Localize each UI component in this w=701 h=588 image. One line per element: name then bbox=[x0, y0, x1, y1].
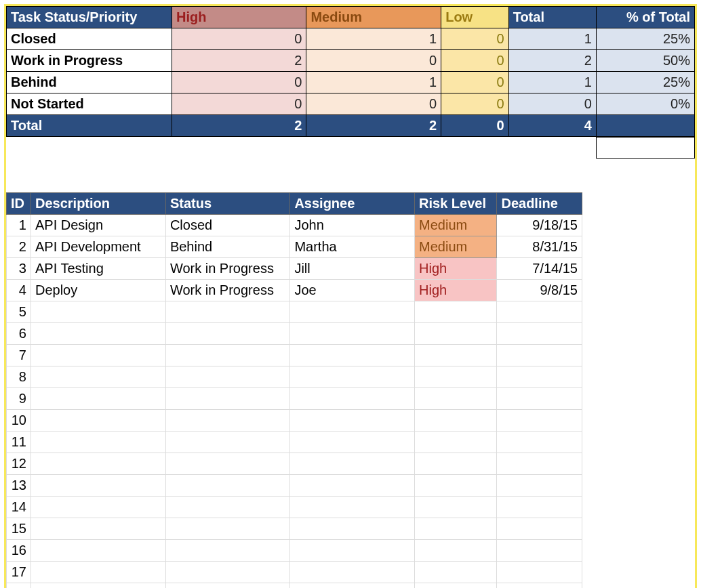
cell-deadline[interactable] bbox=[497, 432, 582, 453]
cell-id[interactable]: 10 bbox=[7, 410, 31, 432]
cell-deadline[interactable] bbox=[497, 366, 582, 388]
cell-high[interactable]: 0 bbox=[172, 93, 306, 115]
hdr-total[interactable]: Total bbox=[508, 7, 596, 28]
cell-assignee[interactable] bbox=[290, 475, 415, 497]
cell-risk[interactable] bbox=[415, 388, 497, 410]
cell-deadline[interactable] bbox=[497, 583, 582, 589]
cell-deadline[interactable] bbox=[497, 453, 582, 475]
cell-desc[interactable] bbox=[31, 518, 165, 540]
hdr-medium[interactable]: Medium bbox=[306, 7, 441, 28]
cell-risk[interactable]: High bbox=[415, 258, 497, 280]
trailing-empty-cell[interactable] bbox=[596, 137, 695, 159]
cell-id[interactable]: 13 bbox=[7, 475, 31, 497]
th-assignee[interactable]: Assignee bbox=[290, 193, 415, 215]
cell-status[interactable] bbox=[165, 475, 290, 497]
cell-assignee[interactable] bbox=[290, 540, 415, 562]
cell-id[interactable]: 14 bbox=[7, 497, 31, 518]
cell-status[interactable] bbox=[165, 345, 290, 366]
cell-high[interactable]: 0 bbox=[172, 72, 306, 93]
cell-deadline[interactable] bbox=[497, 345, 582, 366]
cell-id[interactable]: 11 bbox=[7, 432, 31, 453]
cell-total-medium[interactable]: 2 bbox=[306, 115, 441, 137]
cell-desc[interactable] bbox=[31, 410, 165, 432]
cell-desc[interactable] bbox=[31, 583, 165, 589]
cell-status[interactable]: Not Started bbox=[7, 93, 172, 115]
cell-desc[interactable] bbox=[31, 475, 165, 497]
cell-id[interactable]: 7 bbox=[7, 345, 31, 366]
cell-deadline[interactable] bbox=[497, 388, 582, 410]
cell-desc[interactable]: API Design bbox=[31, 215, 165, 236]
cell-total[interactable]: 1 bbox=[508, 72, 596, 93]
cell-assignee[interactable] bbox=[290, 301, 415, 323]
cell-desc[interactable] bbox=[31, 540, 165, 562]
cell-risk[interactable] bbox=[415, 562, 497, 583]
th-deadline[interactable]: Deadline bbox=[497, 193, 582, 215]
cell-id[interactable]: 15 bbox=[7, 518, 31, 540]
cell-desc[interactable] bbox=[31, 301, 165, 323]
cell-risk[interactable]: High bbox=[415, 280, 497, 301]
cell-risk[interactable]: Medium bbox=[415, 215, 497, 236]
cell-deadline[interactable] bbox=[497, 562, 582, 583]
cell-risk[interactable] bbox=[415, 345, 497, 366]
cell-deadline[interactable]: 9/8/15 bbox=[497, 280, 582, 301]
cell-status[interactable]: Work in Progress bbox=[7, 50, 172, 72]
cell-status[interactable] bbox=[165, 301, 290, 323]
cell-status[interactable] bbox=[165, 388, 290, 410]
cell-desc[interactable] bbox=[31, 323, 165, 345]
cell-deadline[interactable] bbox=[497, 301, 582, 323]
cell-id[interactable]: 3 bbox=[7, 258, 31, 280]
cell-status[interactable] bbox=[165, 453, 290, 475]
cell-medium[interactable]: 0 bbox=[306, 50, 441, 72]
cell-assignee[interactable] bbox=[290, 432, 415, 453]
cell-deadline[interactable] bbox=[497, 475, 582, 497]
th-desc[interactable]: Description bbox=[31, 193, 165, 215]
cell-desc[interactable] bbox=[31, 562, 165, 583]
cell-risk[interactable] bbox=[415, 410, 497, 432]
cell-status[interactable]: Work in Progress bbox=[165, 280, 290, 301]
cell-deadline[interactable]: 9/18/15 bbox=[497, 215, 582, 236]
cell-risk[interactable] bbox=[415, 366, 497, 388]
cell-total-low[interactable]: 0 bbox=[441, 115, 508, 137]
cell-medium[interactable]: 1 bbox=[306, 72, 441, 93]
cell-deadline[interactable] bbox=[497, 410, 582, 432]
cell-risk[interactable]: Medium bbox=[415, 236, 497, 258]
cell-id[interactable]: 16 bbox=[7, 540, 31, 562]
cell-risk[interactable] bbox=[415, 583, 497, 589]
cell-status[interactable]: Closed bbox=[7, 28, 172, 50]
cell-status[interactable] bbox=[165, 583, 290, 589]
cell-deadline[interactable]: 7/14/15 bbox=[497, 258, 582, 280]
cell-low[interactable]: 0 bbox=[441, 28, 508, 50]
cell-medium[interactable]: 1 bbox=[306, 28, 441, 50]
cell-id[interactable]: 1 bbox=[7, 215, 31, 236]
cell-low[interactable]: 0 bbox=[441, 72, 508, 93]
cell-id[interactable]: 4 bbox=[7, 280, 31, 301]
cell-id[interactable]: 9 bbox=[7, 388, 31, 410]
cell-assignee[interactable]: John bbox=[290, 215, 415, 236]
cell-assignee[interactable] bbox=[290, 345, 415, 366]
cell-total[interactable]: 0 bbox=[508, 93, 596, 115]
cell-assignee[interactable] bbox=[290, 518, 415, 540]
cell-high[interactable]: 2 bbox=[172, 50, 306, 72]
cell-risk[interactable] bbox=[415, 475, 497, 497]
cell-risk[interactable] bbox=[415, 518, 497, 540]
cell-assignee[interactable] bbox=[290, 366, 415, 388]
cell-low[interactable]: 0 bbox=[441, 50, 508, 72]
cell-risk[interactable] bbox=[415, 453, 497, 475]
cell-total-high[interactable]: 2 bbox=[172, 115, 306, 137]
th-id[interactable]: ID bbox=[7, 193, 31, 215]
th-status[interactable]: Status bbox=[165, 193, 290, 215]
cell-total-label[interactable]: Total bbox=[7, 115, 172, 137]
cell-assignee[interactable] bbox=[290, 410, 415, 432]
cell-status[interactable] bbox=[165, 366, 290, 388]
cell-pct[interactable]: 0% bbox=[596, 93, 694, 115]
cell-assignee[interactable] bbox=[290, 562, 415, 583]
cell-assignee[interactable]: Jill bbox=[290, 258, 415, 280]
cell-assignee[interactable]: Joe bbox=[290, 280, 415, 301]
cell-total-total[interactable]: 4 bbox=[508, 115, 596, 137]
cell-medium[interactable]: 0 bbox=[306, 93, 441, 115]
cell-status[interactable] bbox=[165, 432, 290, 453]
cell-id[interactable]: 18 bbox=[7, 583, 31, 589]
cell-status[interactable]: Work in Progress bbox=[165, 258, 290, 280]
cell-low[interactable]: 0 bbox=[441, 93, 508, 115]
cell-desc[interactable]: API Development bbox=[31, 236, 165, 258]
